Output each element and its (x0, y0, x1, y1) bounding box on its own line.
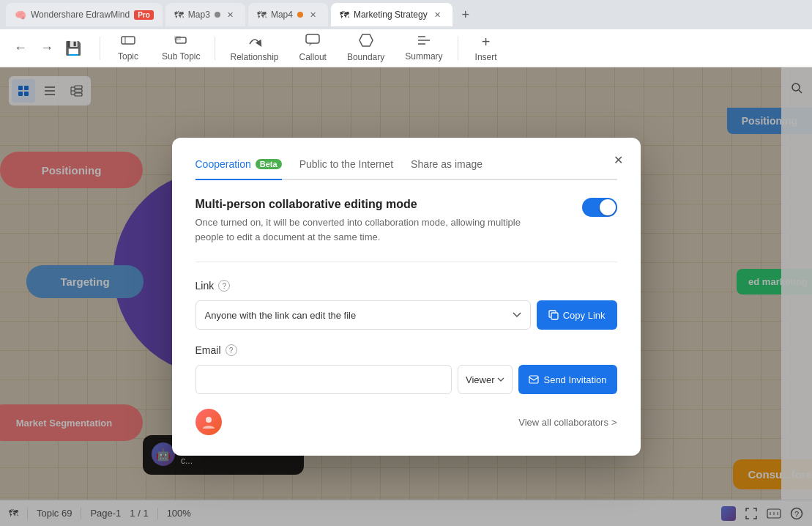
public-tab-label: Public to the Internet (299, 158, 393, 170)
relationship-icon (247, 34, 263, 51)
svg-rect-31 (529, 376, 538, 383)
summary-icon (417, 34, 431, 50)
email-section-label: Email ? (195, 344, 617, 356)
send-invitation-button[interactable]: Send Invitation (518, 365, 617, 394)
boundary-label: Boundary (347, 52, 384, 62)
topic-icon (121, 34, 135, 50)
toolbar-separator-3 (458, 37, 458, 60)
collab-title: Multi-person collaborative editing mode (195, 198, 547, 211)
tool-subtopic[interactable]: Sub Topic (153, 32, 209, 64)
tool-relationship[interactable]: Relationship (221, 31, 287, 65)
pro-badge: Pro (134, 10, 154, 20)
tab-favicon-map4: 🗺 (257, 10, 267, 21)
tool-topic[interactable]: Topic (106, 32, 150, 64)
email-input[interactable] (195, 365, 452, 394)
tab-edrawmind[interactable]: 🧠 Wondershare EdrawMind Pro (6, 3, 163, 26)
collab-desc: Once turned on, it will be converted int… (195, 215, 547, 244)
tab-favicon-marketing: 🗺 (340, 10, 349, 21)
modal-overlay: ✕ Cooperation Beta Public to the Interne… (0, 67, 812, 526)
tab-cooperation[interactable]: Cooperation Beta (195, 158, 282, 180)
toggle-knob (600, 199, 616, 215)
back-button[interactable]: ← (9, 37, 32, 60)
link-row: Anyone with the link can edit the file C… (195, 300, 617, 330)
toolbar-separator (100, 37, 100, 60)
tab-favicon-map3: 🗺 (174, 10, 184, 21)
toolbar-nav: ← → 💾 (9, 37, 94, 60)
tab-marketing[interactable]: 🗺 Marketing Strategy ✕ (331, 3, 452, 26)
view-all-collaborators-button[interactable]: View all collaborators > (518, 417, 617, 428)
send-email-icon (529, 375, 539, 384)
summary-label: Summary (405, 51, 442, 62)
collab-text: Multi-person collaborative editing mode … (195, 198, 547, 244)
beta-badge: Beta (256, 159, 282, 169)
cooperation-tab-label: Cooperation (195, 158, 251, 170)
collab-section: Multi-person collaborative editing mode … (195, 198, 617, 262)
tab-public[interactable]: Public to the Internet (299, 158, 393, 180)
insert-icon: + (482, 34, 491, 51)
tool-insert[interactable]: + Insert (464, 31, 508, 65)
toolbar: ← → 💾 Topic Sub Topic Relationship Callo… (0, 29, 812, 67)
share-modal: ✕ Cooperation Beta Public to the Interne… (172, 138, 641, 456)
tab-map3[interactable]: 🗺 Map3 ✕ (165, 3, 245, 26)
toolbar-separator-2 (215, 37, 215, 60)
subtopic-icon (174, 34, 188, 50)
tab-dot-map4 (297, 12, 303, 18)
relationship-label: Relationship (230, 52, 278, 62)
svg-rect-30 (551, 313, 558, 319)
collab-header: Multi-person collaborative editing mode … (195, 198, 617, 244)
tab-close-marketing[interactable]: ✕ (432, 9, 444, 21)
share-image-tab-label: Share as image (411, 158, 483, 170)
viewer-chevron-icon (497, 377, 504, 382)
tab-label-marketing: Marketing Strategy (354, 10, 428, 20)
email-row: Viewer Send Invitation (195, 365, 617, 394)
modal-tabs: Cooperation Beta Public to the Internet … (195, 158, 617, 180)
link-section-label: Link ? (195, 280, 617, 292)
tab-label: Wondershare EdrawMind (31, 10, 130, 20)
boundary-icon (359, 34, 373, 51)
svg-rect-4 (306, 34, 319, 43)
link-section: Link ? Anyone with the link can edit the… (195, 280, 617, 330)
callout-label: Callout (299, 52, 327, 62)
chevron-down-icon (513, 312, 521, 318)
tab-label-map4: Map4 (271, 10, 293, 20)
link-permission-select[interactable]: Anyone with the link can edit the file (195, 300, 531, 330)
svg-rect-3 (174, 36, 181, 40)
tab-close-map3[interactable]: ✕ (225, 9, 236, 21)
copy-link-icon (548, 310, 559, 320)
save-button[interactable]: 💾 (62, 37, 85, 60)
collab-footer: View all collaborators > (195, 409, 617, 435)
viewer-select[interactable]: Viewer (458, 365, 513, 394)
tool-boundary[interactable]: Boundary (338, 31, 393, 65)
email-section: Email ? Viewer Send Invitation (195, 344, 617, 394)
browser-chrome: 🧠 Wondershare EdrawMind Pro 🗺 Map3 ✕ 🗺 M… (0, 0, 812, 29)
tab-close-map4[interactable]: ✕ (308, 9, 319, 21)
tool-callout[interactable]: Callout (291, 31, 335, 65)
collaborator-avatar (195, 409, 222, 435)
modal-close-button[interactable]: ✕ (608, 149, 629, 170)
tab-favicon: 🧠 (15, 10, 26, 21)
avatar-icon (201, 414, 217, 430)
tab-map4[interactable]: 🗺 Map4 ✕ (248, 3, 328, 26)
topic-label: Topic (118, 51, 138, 62)
canvas: Positioning Targeting Market Segmentatio… (0, 67, 812, 526)
forward-button[interactable]: → (35, 37, 59, 60)
callout-icon (305, 34, 320, 51)
tab-label-map3: Map3 (188, 10, 210, 20)
copy-link-button[interactable]: Copy Link (537, 300, 617, 330)
collab-toggle[interactable] (582, 198, 617, 217)
tab-share-image[interactable]: Share as image (411, 158, 483, 180)
svg-rect-0 (122, 37, 135, 44)
email-help-icon[interactable]: ? (226, 344, 237, 356)
tab-dot-map3 (215, 12, 220, 18)
svg-point-32 (206, 417, 212, 423)
insert-label: Insert (475, 52, 497, 62)
new-tab-button[interactable]: + (455, 4, 476, 25)
subtopic-label: Sub Topic (162, 51, 200, 62)
link-help-icon[interactable]: ? (218, 280, 230, 292)
tool-summary[interactable]: Summary (396, 32, 451, 64)
